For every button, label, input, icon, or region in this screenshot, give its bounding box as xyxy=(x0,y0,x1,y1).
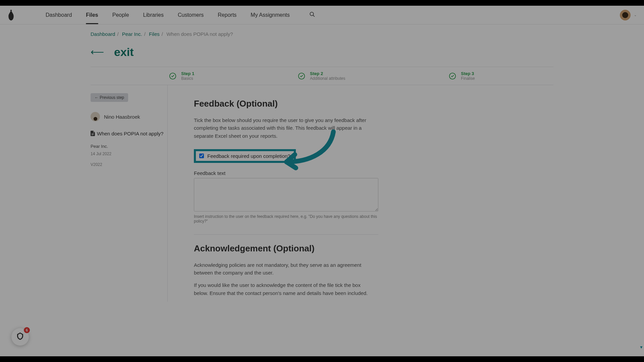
author-name: Nino Haasbroek xyxy=(104,114,140,120)
step-1[interactable]: Step 1Basics xyxy=(169,71,194,81)
back-arrow-icon[interactable]: ⟵ xyxy=(91,48,104,57)
ack-heading: Acknowledgement (Optional) xyxy=(194,243,537,254)
feedback-required-checkbox[interactable] xyxy=(199,154,204,158)
nav-customers[interactable]: Customers xyxy=(178,6,204,24)
nav-libraries[interactable]: Libraries xyxy=(143,6,164,24)
chevron-down-icon: ⌄ xyxy=(634,13,637,17)
sidebar: ← Previous step Nino Haasbroek When does… xyxy=(91,85,168,302)
crumb-company[interactable]: Pear Inc. xyxy=(122,31,142,37)
crumb-dashboard[interactable]: Dashboard xyxy=(91,31,115,37)
nav-items: Dashboard Files People Libraries Custome… xyxy=(46,6,317,24)
stepper: Step 1Basics Step 2Additional attributes… xyxy=(91,67,553,85)
logo-icon xyxy=(7,10,15,20)
company-meta: Pear Inc. xyxy=(91,144,167,149)
search-icon[interactable] xyxy=(307,9,317,21)
nav-assignments[interactable]: My Assignments xyxy=(251,6,289,24)
nav-reports[interactable]: Reports xyxy=(218,6,236,24)
crumb-current: When does POPIA not apply? xyxy=(166,31,233,37)
check-circle-icon xyxy=(169,72,176,80)
step-2-title: Step 2 xyxy=(310,71,345,76)
user-menu[interactable]: ⌄ xyxy=(620,10,637,20)
author-avatar xyxy=(91,112,100,121)
svg-line-1 xyxy=(313,15,315,17)
feedback-heading: Feedback (Optional) xyxy=(194,99,537,109)
feedback-textarea-label: Feedback text xyxy=(194,170,537,176)
scroll-indicator-icon: ▼ xyxy=(639,345,643,350)
avatar xyxy=(620,10,631,20)
step-2-desc: Additional attributes xyxy=(310,76,345,81)
step-2[interactable]: Step 2Additional attributes xyxy=(298,71,345,81)
step-1-title: Step 1 xyxy=(181,71,194,76)
nav-dashboard[interactable]: Dashboard xyxy=(46,6,72,24)
check-circle-icon xyxy=(449,72,456,80)
feedback-textarea[interactable] xyxy=(194,178,378,212)
breadcrumb: Dashboard/ Pear Inc./ Files/ When does P… xyxy=(91,24,553,41)
ack-p2: If you would like the user to acknowledg… xyxy=(194,281,375,297)
feedback-intro: Tick the box below should you require th… xyxy=(194,116,378,140)
previous-step-button[interactable]: ← Previous step xyxy=(91,93,128,102)
version-meta: V2022 xyxy=(91,162,167,167)
svg-point-0 xyxy=(310,12,314,16)
widget-icon xyxy=(16,332,24,342)
step-3-desc: Finalise xyxy=(461,76,475,81)
top-nav: Dashboard Files People Libraries Custome… xyxy=(0,6,644,24)
main-panel: Feedback (Optional) Tick the box below s… xyxy=(168,85,553,302)
page-title: exit xyxy=(114,46,134,59)
file-icon xyxy=(91,131,95,136)
feedback-required-label: Feedback required upon completion? xyxy=(207,153,290,159)
step-3[interactable]: Step 3Finalise xyxy=(449,71,475,81)
date-meta: 14 Jul 2022 xyxy=(91,152,167,156)
nav-files[interactable]: Files xyxy=(86,6,98,24)
nav-people[interactable]: People xyxy=(112,6,129,24)
notification-count: 6 xyxy=(24,327,30,333)
check-circle-icon xyxy=(298,72,305,80)
file-title: When does POPIA not apply? xyxy=(91,130,167,137)
step-3-title: Step 3 xyxy=(461,71,475,76)
step-1-desc: Basics xyxy=(181,76,194,81)
file-title-text: When does POPIA not apply? xyxy=(97,130,163,137)
crumb-files[interactable]: Files xyxy=(149,31,160,37)
highlight-box: Feedback required upon completion? xyxy=(194,149,296,163)
ack-p1: Acknowledging policies are not mandatory… xyxy=(194,261,375,277)
help-widget[interactable]: 6 xyxy=(11,328,29,346)
feedback-hint: Insert instruction to the user on the fe… xyxy=(194,214,378,224)
